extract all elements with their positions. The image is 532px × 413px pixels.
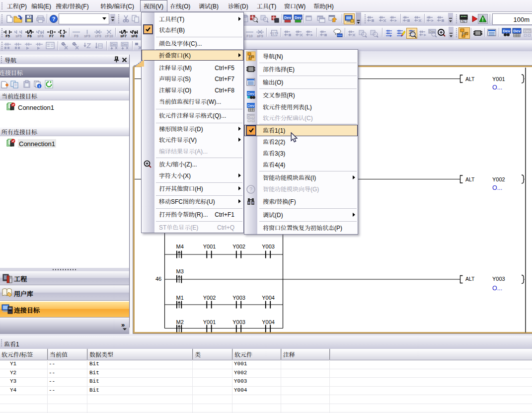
svg-text:M2: M2 [176,319,184,325]
svg-text:ST: ST [272,31,277,36]
svg-text:46: 46 [155,276,161,282]
svg-text:Dev: Dev [524,29,531,33]
svg-text:Y003: Y003 [232,295,245,301]
svg-text:Y004: Y004 [262,319,275,325]
svg-text:Y001: Y001 [492,76,505,82]
svg-text:Y002: Y002 [203,295,216,301]
svg-text:M4: M4 [176,244,184,249]
svg-text:Y004: Y004 [262,295,275,301]
svg-text:Y001: Y001 [203,244,216,249]
svg-text:Y001: Y001 [203,319,216,325]
svg-text:ALT: ALT [465,76,475,82]
svg-text:Y003: Y003 [492,276,505,282]
svg-text:Dev: Dev [122,43,128,46]
svg-text:5q: 5q [462,19,465,23]
svg-text:O...: O... [492,84,502,91]
svg-text:Dev: Dev [247,114,254,119]
svg-text:Dev: Dev [111,43,117,46]
svg-text:Y002: Y002 [492,176,505,182]
svg-text:ALT: ALT [465,276,475,282]
svg-text:Dev: Dev [284,15,292,20]
svg-text:Dev: Dev [247,103,254,108]
svg-text:i: i [39,84,40,88]
svg-text:O...: O... [492,285,502,292]
svg-text:?: ? [52,16,56,22]
svg-text:M3: M3 [176,268,184,274]
svg-text:Dev: Dev [295,15,302,20]
svg-text:Dev: Dev [513,29,521,33]
svg-text:M1: M1 [176,295,184,301]
svg-text:ALT: ALT [465,176,475,182]
svg-text:O...: O... [492,184,502,191]
svg-text:Y003: Y003 [232,319,245,325]
svg-text:Dev: Dev [503,29,510,33]
svg-text:Y002: Y002 [232,244,245,249]
svg-text:?: ? [249,186,252,192]
svg-text:Dev: Dev [247,91,254,96]
svg-text:Y003: Y003 [262,244,275,249]
